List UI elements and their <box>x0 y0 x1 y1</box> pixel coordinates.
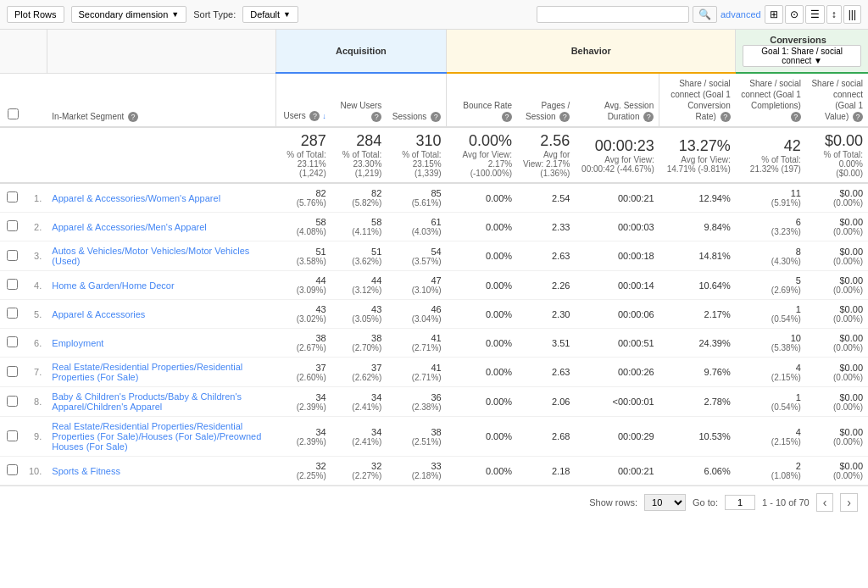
go-to-input[interactable] <box>725 495 755 510</box>
sessions-info-icon[interactable]: ? <box>431 112 441 122</box>
plot-rows-button[interactable]: Plot Rows <box>7 6 64 23</box>
table-row: 4. Home & Garden/Home Decor 44(3.09%) 44… <box>0 271 868 300</box>
share-rate-col-header[interactable]: Share / social connect (Goal 1 Conversio… <box>659 73 736 127</box>
behavior-header: Behavior <box>447 30 736 73</box>
row-share-completions-7: 1(0.54%) <box>736 387 806 417</box>
row-sessions-1: 61(4.03%) <box>387 213 446 241</box>
sort-type-value: Default <box>250 9 280 19</box>
segment-link-3[interactable]: Home & Garden/Home Decor <box>52 280 174 291</box>
row-checkbox-cell-9[interactable] <box>0 457 24 485</box>
row-num-2: 3. <box>24 241 47 271</box>
share-rate-info-icon[interactable]: ? <box>721 112 731 122</box>
table-row: 1. Apparel & Accessories/Women's Apparel… <box>0 183 868 213</box>
sessions-col-header[interactable]: Sessions ? <box>387 73 446 127</box>
row-checkbox-cell-3[interactable] <box>0 271 24 300</box>
segment-info-icon[interactable]: ? <box>128 112 138 122</box>
segment-link-4[interactable]: Apparel & Accessories <box>52 309 145 319</box>
row-pages-9: 2.18 <box>517 457 575 485</box>
row-checkbox-cell-1[interactable] <box>0 213 24 241</box>
segment-link-1[interactable]: Apparel & Accessories/Men's Apparel <box>52 222 206 232</box>
pages-session-info-icon[interactable]: ? <box>559 112 570 122</box>
bounce-rate-info-icon[interactable]: ? <box>502 112 512 122</box>
advanced-link[interactable]: advanced <box>721 9 761 19</box>
view-compare-button[interactable]: ↕ <box>826 5 842 24</box>
select-all-checkbox[interactable] <box>8 108 19 119</box>
row-checkbox-9[interactable] <box>7 464 18 475</box>
row-checkbox-8[interactable] <box>7 430 18 441</box>
row-checkbox-cell-0[interactable] <box>0 183 24 213</box>
totals-avg-session-sub: Avg for View: 00:00:42 (-44.67%) <box>580 155 654 174</box>
show-rows-select[interactable]: 10 25 50 100 <box>644 494 686 511</box>
row-checkbox-cell-5[interactable] <box>0 329 24 358</box>
row-checkbox-cell-6[interactable] <box>0 358 24 387</box>
row-share-value-7: $0.00(0.00%) <box>806 387 868 417</box>
row-checkbox-7[interactable] <box>7 396 18 407</box>
row-share-value-3: $0.00(0.00%) <box>806 271 868 300</box>
share-completions-col-header[interactable]: Share / social connect (Goal 1 Completio… <box>736 73 806 127</box>
row-pages-2: 2.63 <box>517 241 575 271</box>
row-num-3: 4. <box>24 271 47 300</box>
row-sessions-6: 41(2.71%) <box>387 358 446 387</box>
sort-type-dropdown[interactable]: Default ▼ <box>242 6 298 23</box>
view-list-button[interactable]: ☰ <box>805 5 825 24</box>
row-checkbox-1[interactable] <box>7 220 18 231</box>
view-pie-button[interactable]: ⊙ <box>785 5 804 24</box>
row-bounce-2: 0.00% <box>447 241 517 271</box>
row-pages-0: 2.54 <box>517 183 575 213</box>
share-completions-info-icon[interactable]: ? <box>791 112 801 122</box>
row-new-users-5: 38(2.70%) <box>331 329 387 358</box>
totals-share-value-sub: % of Total: 0.00% ($0.00) <box>811 150 863 178</box>
goal-selector-dropdown[interactable]: Goal 1: Share / social connect ▼ <box>743 45 861 67</box>
row-segment-0: Apparel & Accessories/Women's Apparel <box>47 183 275 213</box>
row-checkbox-2[interactable] <box>7 250 18 261</box>
users-info-icon[interactable]: ? <box>309 111 320 121</box>
segment-link-7[interactable]: Baby & Children's Products/Baby & Childr… <box>52 391 242 412</box>
search-button[interactable]: 🔍 <box>693 6 717 23</box>
totals-new-users-cell: 284 % of Total: 23.30% (1,219) <box>331 127 387 183</box>
totals-row: 287 % of Total: 23.11% (1,242) 284 % of … <box>0 127 868 183</box>
row-checkbox-6[interactable] <box>7 366 18 377</box>
row-checkbox-0[interactable] <box>7 191 18 202</box>
totals-share-value-cell: $0.00 % of Total: 0.00% ($0.00) <box>806 127 868 183</box>
users-col-header[interactable]: Users ? ↓ <box>275 73 331 127</box>
table-row: 3. Autos & Vehicles/Motor Vehicles/Motor… <box>0 241 868 271</box>
share-value-info-icon[interactable]: ? <box>853 112 863 122</box>
avg-session-info-icon[interactable]: ? <box>643 112 654 122</box>
segment-link-6[interactable]: Real Estate/Residential Properties/Resid… <box>52 362 242 382</box>
row-checkbox-cell-2[interactable] <box>0 241 24 271</box>
row-checkbox-3[interactable] <box>7 279 18 290</box>
totals-avg-session-cell: 00:00:23 Avg for View: 00:00:42 (-44.67%… <box>575 127 659 183</box>
row-share-completions-9: 2(1.08%) <box>736 457 806 485</box>
view-bar-button[interactable]: ||| <box>843 5 861 24</box>
secondary-dimension-dropdown[interactable]: Secondary dimension ▼ <box>71 6 187 23</box>
checkbox-all-header[interactable] <box>0 73 24 127</box>
prev-page-button[interactable]: ‹ <box>816 493 834 512</box>
avg-session-col-header[interactable]: Avg. Session Duration ? <box>575 73 659 127</box>
row-checkbox-cell-4[interactable] <box>0 300 24 329</box>
search-input[interactable] <box>537 6 689 23</box>
row-checkbox-cell-8[interactable] <box>0 417 24 457</box>
table-row: 8. Baby & Children's Products/Baby & Chi… <box>0 387 868 417</box>
share-value-col-header[interactable]: Share / social connect (Goal 1 Value) ? <box>806 73 868 127</box>
column-header-row: In-Market Segment ? Users ? ↓ New Users … <box>0 73 868 127</box>
sort-type-label: Sort Type: <box>193 9 236 19</box>
segment-link-5[interactable]: Employment <box>52 338 103 348</box>
row-checkbox-5[interactable] <box>7 336 18 347</box>
row-share-completions-8: 4(2.15%) <box>736 417 806 457</box>
segment-link-2[interactable]: Autos & Vehicles/Motor Vehicles/Motor Ve… <box>52 246 249 266</box>
bounce-rate-col-header[interactable]: Bounce Rate ? <box>447 73 517 127</box>
new-users-info-icon[interactable]: ? <box>371 112 381 122</box>
row-checkbox-cell-7[interactable] <box>0 387 24 417</box>
view-grid-button[interactable]: ⊞ <box>765 5 783 24</box>
row-avg-session-3: 00:00:14 <box>575 271 659 300</box>
new-users-col-header[interactable]: New Users ? <box>331 73 387 127</box>
segment-link-0[interactable]: Apparel & Accessories/Women's Apparel <box>52 193 220 203</box>
segment-link-8[interactable]: Real Estate/Residential Properties/Resid… <box>52 421 261 452</box>
row-new-users-3: 44(3.12%) <box>331 271 387 300</box>
row-num-4: 5. <box>24 300 47 329</box>
next-page-button[interactable]: › <box>840 493 858 512</box>
segment-link-9[interactable]: Sports & Fitness <box>52 466 120 476</box>
row-checkbox-4[interactable] <box>7 308 18 319</box>
totals-users-value: 287 <box>301 132 326 149</box>
pages-session-col-header[interactable]: Pages / Session ? <box>517 73 575 127</box>
